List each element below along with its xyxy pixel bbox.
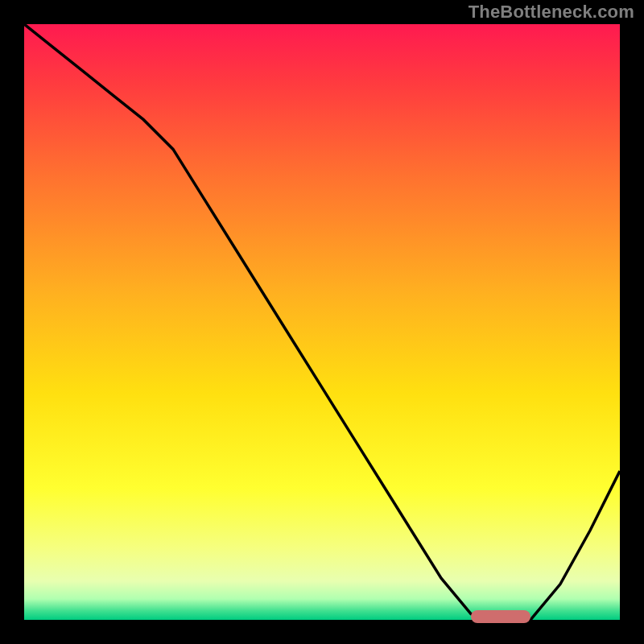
plot-area [24,24,620,620]
bottleneck-curve [24,24,620,620]
optimal-range-marker [471,610,530,623]
stage: TheBottleneck.com [0,0,644,644]
watermark-text: TheBottleneck.com [469,2,634,23]
